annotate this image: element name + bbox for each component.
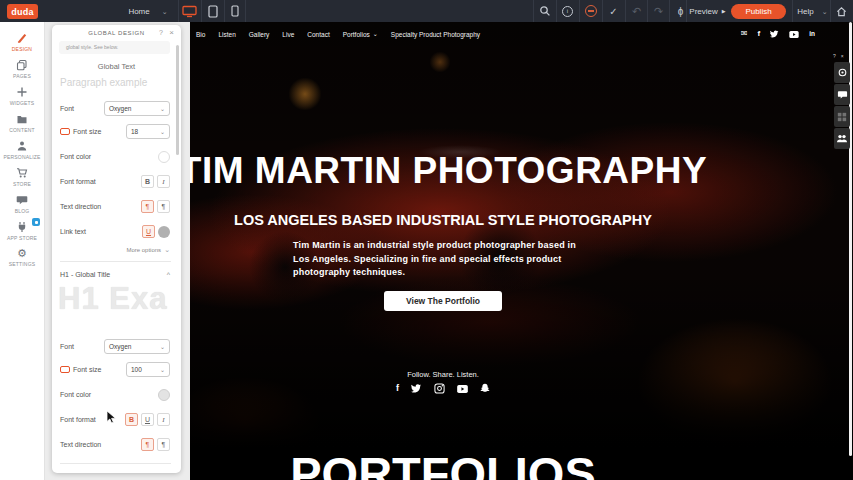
mobile-view-button[interactable] — [224, 0, 246, 22]
override-icon — [60, 128, 70, 135]
font-color-row: Font color — [60, 149, 170, 164]
desktop-view-button[interactable] — [178, 0, 200, 22]
sidebar-item-personalize[interactable]: PERSONALIZE — [0, 136, 44, 163]
view-portfolio-button[interactable]: View The Portfolio — [384, 291, 502, 311]
pages-icon — [16, 59, 28, 71]
sidebar-item-design[interactable]: DESIGN — [0, 28, 44, 55]
dashboard-home-button[interactable] — [830, 0, 852, 22]
panel-scrollbar[interactable] — [176, 45, 179, 155]
twitter-icon[interactable] — [770, 30, 779, 38]
redo-button[interactable]: ↷ — [647, 0, 669, 22]
hero-title[interactable]: TIM MARTIN PHOTOGRAPHY — [190, 150, 707, 192]
chevron-down-icon: ⌄ — [160, 367, 165, 373]
sidebar-item-content[interactable]: CONTENT — [0, 109, 44, 136]
plug-icon — [16, 221, 28, 233]
h1-font-size-select[interactable]: 100 ⌄ — [126, 362, 170, 377]
comments-button[interactable] — [834, 84, 850, 105]
sidebar-item-blog[interactable]: BLOG — [0, 190, 44, 217]
h1-rtl-button[interactable]: ¶ — [157, 438, 170, 451]
follow-social-icons: f — [396, 383, 490, 394]
grid-icon — [837, 112, 847, 122]
undo-icon: ↶ — [632, 5, 641, 18]
global-design-panel: GLOBAL DESIGN ? × global style. See belo… — [52, 25, 181, 473]
snapchat-icon[interactable] — [480, 383, 490, 394]
linkedin-icon[interactable]: in — [809, 31, 815, 38]
chevron-down-icon: ⌄ — [164, 246, 170, 253]
hero-body-text[interactable]: Tim Martin is an industrial style produc… — [293, 239, 593, 280]
duda-logo[interactable]: duda — [7, 4, 38, 19]
preview-button[interactable]: Preview ▶ — [686, 0, 728, 22]
rtl-button[interactable]: ¶ — [157, 200, 170, 213]
search-button[interactable] — [533, 0, 555, 22]
team-button[interactable] — [834, 128, 850, 149]
twitter-icon[interactable] — [411, 384, 422, 393]
ltr-button[interactable]: ¶ — [141, 200, 154, 213]
collaboration-toolbar — [834, 62, 850, 149]
chevron-down-icon: ⌄ — [160, 344, 165, 350]
nav-item-portfolios[interactable]: Portfolios ⌄ — [343, 31, 378, 38]
info-button[interactable]: i — [556, 0, 578, 22]
h1-bold-button[interactable]: B — [125, 413, 138, 426]
feedback-button[interactable] — [579, 0, 601, 22]
paragraph-preview: Paragraph example — [60, 77, 147, 88]
portfolios-heading[interactable]: PORTFOLIOS — [290, 446, 596, 480]
saved-indicator: ✓ — [602, 0, 624, 22]
nav-item-bio[interactable]: Bio — [196, 31, 205, 38]
redo-icon: ↷ — [654, 5, 663, 18]
link-color-swatch[interactable] — [158, 226, 170, 238]
h1-section-header[interactable]: H1 - Global Title ^ — [60, 267, 170, 282]
panel-help-button[interactable]: ? — [159, 29, 163, 36]
play-icon: ▶ — [722, 8, 726, 14]
toolbar-help[interactable]: ? — [833, 53, 836, 59]
sidebar-item-pages[interactable]: PAGES — [0, 55, 44, 82]
site-canvas[interactable]: Bio Listen Gallery Live Contact Portfoli… — [190, 22, 853, 480]
sidebar-item-widgets[interactable]: WIDGETS — [0, 82, 44, 109]
h1-font-select[interactable]: Oxygen ⌄ — [104, 339, 170, 354]
more-options-link[interactable]: More options ⌄ — [126, 246, 170, 253]
youtube-icon[interactable] — [457, 385, 468, 393]
help-menu[interactable]: Help ⌄ — [792, 0, 832, 22]
facebook-icon[interactable]: f — [758, 30, 761, 38]
font-size-select[interactable]: 18 ⌄ — [126, 124, 170, 139]
undo-button[interactable]: ↶ — [625, 0, 647, 22]
hero-subtitle[interactable]: LOS ANGELES BASED INDUSTRIAL STYLE PHOTO… — [234, 212, 652, 228]
bold-button[interactable]: B — [141, 175, 154, 188]
italic-button[interactable]: I — [157, 175, 170, 188]
editor-screen: duda Home ⌄ i ✓ ↶ ↷ — [0, 0, 853, 480]
record-button[interactable] — [834, 62, 850, 83]
facebook-icon[interactable]: f — [396, 384, 399, 393]
record-icon — [837, 67, 848, 78]
top-bar: duda Home ⌄ i ✓ ↶ ↷ — [0, 0, 853, 22]
page-selector[interactable]: Home ⌄ — [116, 0, 180, 22]
font-select[interactable]: Oxygen ⌄ — [104, 101, 170, 116]
code-icon: ɸ — [678, 6, 684, 17]
folder-icon — [16, 113, 28, 125]
nav-item-contact[interactable]: Contact — [307, 31, 329, 38]
nav-item-specialty[interactable]: Specialty Product Photography — [391, 31, 480, 38]
instagram-icon[interactable] — [434, 383, 445, 394]
sidebar-item-settings[interactable]: ⚙ SETTINGS — [0, 244, 44, 271]
sections-button[interactable] — [834, 106, 850, 127]
nav-item-listen[interactable]: Listen — [218, 31, 235, 38]
toolbar-close-icon[interactable]: × — [841, 53, 844, 59]
nav-item-live[interactable]: Live — [282, 31, 294, 38]
underline-button[interactable]: U — [142, 225, 155, 238]
h1-font-color-swatch[interactable] — [158, 389, 170, 401]
font-size-row: Font size 18 ⌄ — [60, 124, 170, 139]
sidebar-item-app-store[interactable]: APP STORE — [0, 217, 44, 244]
sidebar-item-store[interactable]: STORE — [0, 163, 44, 190]
h1-ltr-button[interactable]: ¶ — [141, 438, 154, 451]
follow-text[interactable]: Follow. Share. Listen. — [407, 370, 479, 379]
close-icon[interactable]: × — [169, 28, 174, 37]
tablet-view-button[interactable] — [201, 0, 223, 22]
font-format-row: Font format B I — [60, 174, 170, 189]
mouse-cursor — [106, 410, 118, 424]
h1-underline-button[interactable]: U — [141, 413, 154, 426]
email-icon[interactable]: ✉ — [741, 30, 748, 38]
publish-button[interactable]: Publish — [731, 4, 786, 19]
h1-italic-button[interactable]: I — [157, 413, 170, 426]
font-color-swatch[interactable] — [158, 151, 170, 163]
youtube-icon[interactable] — [789, 31, 799, 38]
nav-item-gallery[interactable]: Gallery — [249, 31, 270, 38]
app-store-badge — [32, 218, 40, 226]
